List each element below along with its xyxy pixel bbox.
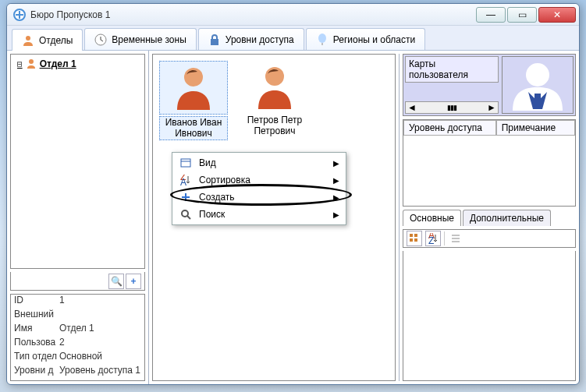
ctx-view[interactable]: Вид ▶: [174, 154, 344, 171]
minimize-button[interactable]: —: [476, 7, 506, 23]
avatar-icon: [169, 63, 218, 110]
list-icon: [450, 233, 461, 244]
svg-point-8: [526, 63, 549, 87]
cards-header: Карты пользователя: [405, 56, 499, 83]
cards-scrollbar[interactable]: ◄ ▮▮▮ ►: [405, 101, 499, 114]
tab-access-levels[interactable]: Уровни доступа: [198, 28, 304, 50]
create-icon: [179, 192, 193, 203]
detail-toolbar: AZ: [403, 229, 576, 248]
tab-timezones[interactable]: Временные зоны: [84, 28, 196, 50]
svg-text:A: A: [180, 177, 186, 185]
ctx-label: Создать: [199, 192, 235, 203]
level-col-header[interactable]: Уровень доступа: [403, 120, 496, 136]
tree-node-label: Отдел 1: [40, 58, 76, 69]
tab-regions[interactable]: Регионы и области: [306, 28, 425, 50]
detail-tabstrip: Основные Дополнительные: [403, 210, 576, 226]
access-level-list[interactable]: Уровень доступа Примечание: [403, 119, 576, 207]
ctx-label: Поиск: [199, 209, 225, 220]
prop-row: Тип отделОсновной: [11, 351, 144, 365]
search-icon: 🔍: [111, 276, 123, 287]
submenu-arrow-icon: ▶: [333, 159, 339, 168]
submenu-arrow-icon: ▶: [333, 176, 339, 185]
prop-row: Уровни дУровень доступа 1: [11, 365, 144, 379]
user-cards-box: Карты пользователя ◄ ▮▮▮ ►: [403, 54, 576, 116]
balloon-icon: [316, 34, 329, 46]
svg-point-1: [26, 36, 30, 41]
details-button[interactable]: [448, 231, 463, 246]
people-icon: [26, 58, 37, 69]
note-col-header[interactable]: Примечание: [496, 120, 575, 136]
svg-rect-16: [181, 159, 190, 167]
prop-row: ИмяОтдел 1: [11, 323, 144, 337]
view-icon: [179, 157, 193, 168]
sort-az-icon: AZ: [428, 233, 439, 244]
left-panel: ⊟ Отдел 1 🔍 + ID1 Внешний ИмяОтдел 1 Пол…: [7, 51, 149, 384]
main-tabstrip: Отделы Временные зоны Уровни доступа Рег…: [7, 26, 579, 51]
svg-rect-11: [414, 234, 417, 237]
detail-body[interactable]: [403, 251, 576, 381]
search-icon: [179, 209, 193, 220]
prop-row: Пользова2: [11, 337, 144, 351]
tab-label: Регионы и области: [333, 34, 415, 45]
svg-line-21: [187, 216, 190, 219]
right-panel: Карты пользователя ◄ ▮▮▮ ►: [400, 51, 579, 384]
svg-text:Z: Z: [428, 235, 434, 244]
plus-icon: +: [130, 276, 136, 287]
prop-row: Внешний: [11, 309, 144, 323]
window-title: Бюро Пропусков 1: [30, 9, 110, 20]
ctx-create[interactable]: Создать ▶: [174, 189, 344, 206]
ctx-sort[interactable]: ZA Сортировка ▶: [174, 171, 344, 189]
titlebar: Бюро Пропусков 1 — ▭ ✕: [7, 4, 579, 26]
detail-tab-main[interactable]: Основные: [403, 210, 461, 226]
svg-point-20: [182, 210, 188, 217]
property-grid: ID1 Внешний ИмяОтдел 1 Пользова2 Тип отд…: [10, 294, 145, 381]
sort-icon: ZA: [179, 175, 193, 185]
scroll-left-icon[interactable]: ◄: [407, 102, 417, 113]
svg-rect-10: [410, 234, 413, 237]
app-icon: [13, 9, 26, 21]
toolbar-divider: [444, 231, 445, 245]
svg-point-4: [318, 34, 326, 43]
tree-search-button[interactable]: 🔍: [108, 274, 124, 289]
context-menu: Вид ▶ ZA Сортировка ▶ Создать ▶ Поиск ▶: [172, 152, 346, 225]
tree-toolbar: 🔍 +: [10, 272, 145, 291]
detail-tab-additional[interactable]: Дополнительные: [463, 210, 551, 226]
submenu-arrow-icon: ▶: [333, 193, 339, 202]
scroll-right-icon[interactable]: ►: [487, 102, 496, 113]
close-button[interactable]: ✕: [538, 7, 576, 23]
collapse-icon[interactable]: ⊟: [17, 59, 23, 69]
svg-rect-13: [414, 238, 417, 242]
svg-rect-12: [410, 238, 413, 242]
categorize-button[interactable]: [407, 231, 422, 246]
clock-icon: [94, 34, 107, 46]
lock-icon: [208, 34, 221, 46]
tab-label: Временные зоны: [112, 34, 186, 45]
tree-add-button[interactable]: +: [126, 274, 141, 289]
ctx-label: Вид: [199, 157, 216, 168]
grid-icon: [409, 233, 420, 244]
user-card[interactable]: Петров Петр Петрович: [240, 61, 309, 137]
portrait-icon: [506, 59, 569, 111]
people-icon: [22, 34, 34, 47]
prop-row: ID1: [11, 295, 144, 309]
svg-rect-3: [211, 39, 218, 45]
svg-point-5: [29, 59, 34, 64]
department-tree[interactable]: ⊟ Отдел 1: [10, 54, 145, 269]
submenu-arrow-icon: ▶: [333, 210, 339, 219]
ctx-label: Сортировка: [199, 175, 250, 185]
avatar-icon: [250, 62, 299, 109]
ctx-search[interactable]: Поиск ▶: [174, 206, 344, 223]
tab-label: Отделы: [39, 35, 73, 46]
svg-rect-9: [535, 94, 541, 101]
maximize-button[interactable]: ▭: [507, 7, 537, 23]
tree-node-department[interactable]: ⊟ Отдел 1: [14, 58, 141, 70]
user-name: Петров Петр Петрович: [240, 115, 309, 137]
tab-label: Уровни доступа: [226, 34, 294, 45]
tab-departments[interactable]: Отделы: [12, 29, 83, 51]
user-card[interactable]: Иванов Иван Ивнович: [159, 61, 228, 140]
sort-az-button[interactable]: AZ: [425, 231, 441, 246]
user-name: Иванов Иван Ивнович: [159, 116, 228, 140]
user-portrait: [502, 56, 574, 114]
